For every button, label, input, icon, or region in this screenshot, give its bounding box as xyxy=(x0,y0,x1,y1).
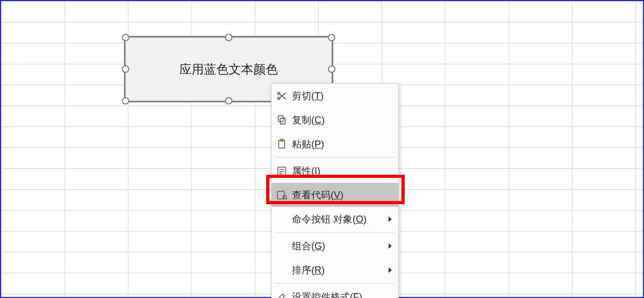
resize-handle-bottom-left[interactable] xyxy=(122,97,129,105)
resize-handle-top-right[interactable] xyxy=(328,34,335,41)
menu-separator xyxy=(275,157,395,158)
properties-icon xyxy=(276,165,288,177)
format-control-icon xyxy=(276,291,288,299)
submenu-arrow-icon xyxy=(389,267,392,273)
view-code-icon xyxy=(276,189,288,201)
menu-item-format-control[interactable]: 设置控件格式(F)... xyxy=(272,285,398,298)
resize-handle-bottom-center[interactable] xyxy=(225,97,232,105)
resize-handle-top-center[interactable] xyxy=(225,34,232,41)
submenu-arrow-icon xyxy=(389,243,392,249)
svg-rect-3 xyxy=(280,118,285,124)
copy-icon xyxy=(276,114,288,126)
menu-separator xyxy=(275,232,395,233)
menu-item-label: 命令按钮 对象(O) xyxy=(292,213,367,226)
menu-item-order[interactable]: 排序(R) xyxy=(272,258,398,282)
resize-handle-top-left[interactable] xyxy=(122,34,129,41)
command-button-label: 应用蓝色文本颜色 xyxy=(179,61,278,78)
svg-point-0 xyxy=(277,92,280,94)
context-menu: 剪切(T) 复制(C) 粘贴(P) xyxy=(271,83,399,298)
menu-item-view-code[interactable]: 查看代码(V) xyxy=(272,183,398,207)
resize-handle-middle-left[interactable] xyxy=(122,65,129,73)
menu-item-label: 排序(R) xyxy=(292,264,325,277)
menu-item-label: 组合(G) xyxy=(292,240,325,252)
menu-item-command-button-object[interactable]: 命令按钮 对象(O) xyxy=(272,207,398,231)
menu-item-label: 查看代码(V) xyxy=(292,189,343,202)
spreadsheet-viewport: 应用蓝色文本颜色 剪切(T) xyxy=(0,0,644,298)
svg-point-1 xyxy=(277,97,280,99)
menu-item-copy[interactable]: 复制(C) xyxy=(272,108,398,132)
menu-item-label: 粘贴(P) xyxy=(292,138,324,151)
scissors-icon xyxy=(276,90,288,102)
svg-point-8 xyxy=(283,195,286,198)
menu-separator xyxy=(275,283,395,284)
paste-icon xyxy=(276,138,288,150)
menu-item-label: 属性(I) xyxy=(292,165,320,177)
menu-item-properties[interactable]: 属性(I) xyxy=(272,159,398,183)
menu-item-paste[interactable]: 粘贴(P) xyxy=(272,132,398,156)
svg-rect-2 xyxy=(279,115,283,121)
menu-item-label: 复制(C) xyxy=(292,114,325,126)
menu-item-group[interactable]: 组合(G) xyxy=(272,234,398,258)
svg-rect-5 xyxy=(280,139,283,141)
resize-handle-middle-right[interactable] xyxy=(328,65,335,73)
menu-item-label: 剪切(T) xyxy=(292,90,324,102)
menu-item-label: 设置控件格式(F)... xyxy=(292,290,370,299)
menu-item-cut[interactable]: 剪切(T) xyxy=(272,84,398,108)
submenu-arrow-icon xyxy=(389,217,392,222)
